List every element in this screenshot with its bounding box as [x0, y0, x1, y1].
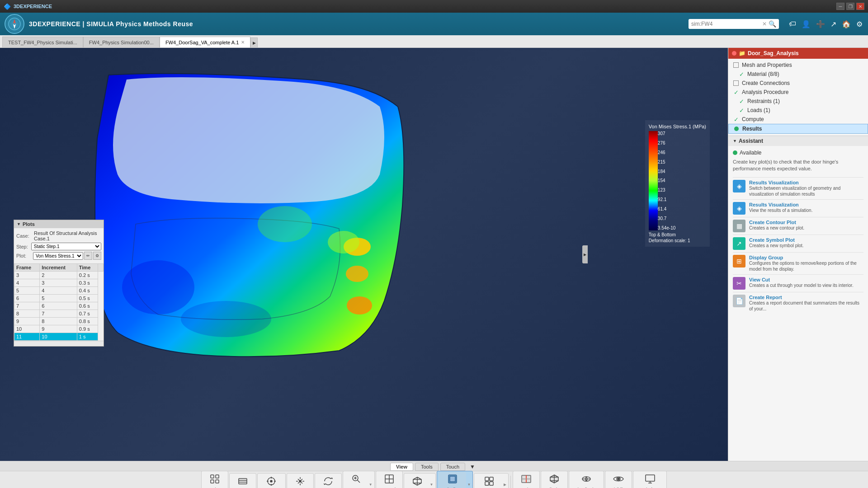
share-icon[interactable]: ↗ — [830, 19, 837, 29]
bt-group-zoom: ZoomIn Out ▼ — [343, 471, 375, 488]
viewport[interactable]: Von Mises Stress.1 (MPa) 307 276 246 215… — [0, 48, 728, 461]
plots-hscrollbar[interactable] — [14, 341, 104, 346]
available-dot — [733, 150, 737, 155]
tab-2[interactable]: FW4_DoorSag_VA_complete A.1 ✕ — [160, 37, 250, 47]
tab-0[interactable]: TEST_FW4_Physics Simulati... — [2, 37, 83, 47]
rp-item-results[interactable]: Results — [728, 124, 868, 134]
table-row[interactable]: 430.3 s — [14, 279, 104, 287]
visualization-management-button[interactable]: VisualizationManagement — [571, 472, 602, 488]
assistant-title-3[interactable]: Create Symbol Plot — [749, 237, 863, 243]
display-preferences-button[interactable]: DisplayPreferences — [635, 472, 665, 488]
assistant-title-6[interactable]: Create Report — [749, 295, 863, 300]
rp-item-compute[interactable]: ✓ Compute — [728, 115, 868, 124]
assistant-item-2[interactable]: ▦ Create Contour Plot Creates a new cont… — [733, 217, 863, 235]
tab-close-2[interactable]: ✕ — [241, 40, 245, 45]
tag-icon[interactable]: 🏷 — [788, 19, 797, 29]
table-row[interactable]: 11101 s — [14, 333, 104, 341]
recenter-button[interactable]: Recenter — [259, 474, 283, 488]
view-tab-touch[interactable]: Touch — [440, 463, 465, 471]
legend-position-label: Top & Bottom — [649, 232, 706, 237]
legend-val-6: 123 — [658, 188, 675, 192]
cell-time-7: 0.9 s — [77, 325, 98, 333]
clear-search-icon[interactable]: ✕ — [762, 21, 767, 27]
user-icon[interactable]: 👤 — [801, 19, 811, 29]
window-controls[interactable]: ─ ❐ ✕ — [836, 3, 864, 10]
iso-button[interactable]: ° — [406, 474, 429, 488]
rp-item-loads[interactable]: ✓ Loads (1) — [728, 106, 868, 115]
bt-group-viz-mgmt: VisualizationManagement — [569, 471, 604, 488]
search-input[interactable] — [691, 21, 760, 27]
legend-values: 307 276 246 215 184 154 123 92.1 61.4 30… — [658, 131, 675, 230]
assistant-title-5[interactable]: View Cut — [749, 277, 863, 282]
shading-edges-button[interactable]: Shadingwith Edges — [439, 472, 466, 488]
restore-button[interactable]: ❐ — [846, 3, 854, 10]
plot-select[interactable]: Von Mises Stress.1 — [33, 252, 83, 260]
visibility-control-button[interactable]: VisibilityControl — [607, 472, 630, 488]
table-row[interactable]: 540.4 s — [14, 287, 104, 295]
assistant-item-4[interactable]: ⊞ Display Group Configures the options t… — [733, 252, 863, 274]
table-row[interactable]: 870.7 s — [14, 310, 104, 318]
add-icon[interactable]: ➕ — [815, 19, 826, 29]
tab-1[interactable]: FW4_Physics Simulation00... — [83, 37, 160, 47]
table-row[interactable]: 650.5 s — [14, 295, 104, 302]
multiview-dropdown-arrow[interactable]: ▶ — [504, 483, 506, 487]
tab-expand-button[interactable]: ▶ — [250, 38, 258, 47]
rp-item-mesh[interactable]: Mesh and Properties — [728, 61, 868, 70]
assistant-item-0[interactable]: ◈ Results Visualization Switch between v… — [733, 177, 863, 199]
plot-settings-icon[interactable]: ⚙ — [93, 252, 101, 260]
rp-item-material[interactable]: ✓ Material (8/8) — [728, 70, 868, 79]
assistant-item-6[interactable]: 📄 Create Report Creates a report documen… — [733, 292, 863, 314]
close-button[interactable]: ✕ — [856, 3, 864, 10]
assistant-item-1[interactable]: ◈ Results Visualization View the results… — [733, 199, 863, 217]
assistant-section-header[interactable]: ▼ Assistant — [728, 136, 868, 146]
iso-dropdown-arrow[interactable]: ▼ — [430, 483, 434, 487]
assistant-item-5[interactable]: ✂ View Cut Creates a cut through your mo… — [733, 274, 863, 292]
view-tab-more[interactable]: ▼ — [467, 463, 478, 471]
cutting-plane-button[interactable]: CuttingPlane — [515, 472, 538, 488]
rotate-button[interactable]: Rotate — [317, 474, 340, 488]
assistant-item-3[interactable]: ↗ Create Symbol Plot Creates a new symbo… — [733, 235, 863, 252]
table-row[interactable]: 1090.9 s — [14, 325, 104, 333]
plots-table-scroll[interactable]: Frame Increment Time 320.2 s430.3 s540.4… — [14, 263, 104, 341]
clipping-box-button[interactable]: ClippingBox — [543, 472, 566, 488]
plots-header[interactable]: ▼ Plots — [14, 220, 104, 228]
zoom-dropdown-arrow[interactable]: ▼ — [369, 483, 373, 487]
bottom-toolbar-wrapper: View Tools Touch ▼ FitAll In — [0, 461, 868, 488]
plots-collapse-icon[interactable]: ▼ — [17, 222, 21, 226]
view-tab-view[interactable]: View — [390, 463, 413, 471]
search-icon[interactable]: 🔍 — [769, 20, 776, 28]
assistant-title-0[interactable]: Results Visualization — [749, 180, 863, 185]
cell-frame-8: 11 — [14, 333, 40, 341]
table-row[interactable]: 320.2 s — [14, 272, 104, 279]
minimize-button[interactable]: ─ — [836, 3, 844, 10]
app-icon: 🔷 — [4, 3, 11, 10]
assistant-desc-4: Configures the options to remove/keep po… — [749, 260, 863, 272]
plot-edit-icon[interactable]: ✏ — [84, 252, 92, 260]
content-area: ◀ — [0, 48, 868, 461]
compass-button[interactable] — [5, 14, 24, 34]
home-icon[interactable]: 🏠 — [841, 19, 852, 29]
cell-frame-7: 10 — [14, 325, 40, 333]
rp-item-restraints[interactable]: ✓ Restraints (1) — [728, 97, 868, 106]
assistant-title-4[interactable]: Display Group — [749, 255, 863, 260]
shading-dropdown-arrow[interactable]: ▼ — [467, 483, 471, 487]
step-select[interactable]: Static Step.1 — [31, 243, 101, 250]
parallel-icon — [237, 476, 248, 488]
zoom-button[interactable]: ZoomIn Out — [345, 472, 368, 488]
assistant-title-2[interactable]: Create Contour Plot — [749, 220, 863, 225]
assistant-icon-1: ◈ — [733, 202, 745, 215]
view-tab-tools[interactable]: Tools — [415, 463, 439, 471]
assistant-title-1[interactable]: Results Visualization — [749, 202, 863, 207]
rp-item-connections[interactable]: Create Connections — [728, 79, 868, 88]
fit-all-in-button[interactable]: FitAll In — [203, 472, 226, 488]
parallel-button[interactable]: Parallel — [231, 474, 254, 488]
search-box[interactable]: ✕ 🔍 — [689, 19, 779, 29]
rp-item-analysis[interactable]: ✓ Analysis Procedure — [728, 88, 868, 97]
right-collapse-handle[interactable]: ▶ — [582, 245, 588, 263]
table-row[interactable]: 980.8 s — [14, 318, 104, 325]
pan-button[interactable]: Pan — [289, 474, 311, 488]
settings-icon[interactable]: ⚙ — [855, 19, 863, 29]
normal-view-button[interactable]: NormalView — [378, 472, 401, 488]
multi-view-button[interactable]: Multi-View — [476, 474, 502, 488]
table-row[interactable]: 760.6 s — [14, 302, 104, 310]
